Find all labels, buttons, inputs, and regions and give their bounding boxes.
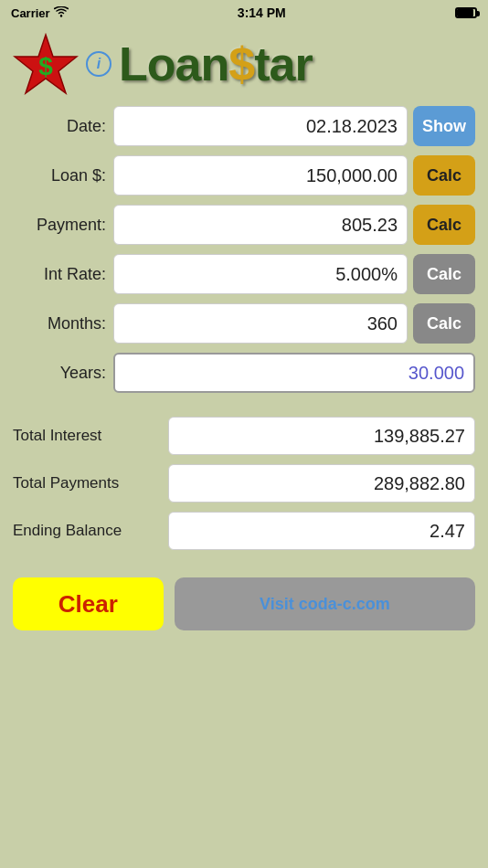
total-interest-row: Total Interest 139,885.27 <box>13 417 475 455</box>
ending-balance-row: Ending Balance 2.47 <box>13 512 475 550</box>
months-calc-button[interactable]: Calc <box>413 303 475 344</box>
total-interest-label: Total Interest <box>13 427 168 445</box>
visit-button[interactable]: Visit coda-c.com <box>175 577 475 630</box>
loan-label: Loan $: <box>13 166 113 185</box>
carrier-text: Carrier <box>11 6 50 20</box>
payment-input[interactable] <box>113 205 408 245</box>
date-label: Date: <box>13 117 113 136</box>
bottom-buttons: Clear Visit coda-c.com <box>0 559 488 630</box>
app-header: $ i Loan$tar <box>0 26 488 106</box>
intrate-input[interactable] <box>113 254 408 294</box>
star-logo: $ <box>13 31 79 97</box>
date-input[interactable] <box>113 106 408 146</box>
years-label: Years: <box>13 364 113 383</box>
app-title-tar: tar <box>254 37 312 90</box>
months-row: Months: Calc <box>13 303 475 344</box>
intrate-label: Int Rate: <box>13 265 113 284</box>
carrier-wifi: Carrier <box>11 6 69 20</box>
intrate-calc-button[interactable]: Calc <box>413 254 475 294</box>
total-payments-label: Total Payments <box>13 474 168 492</box>
total-payments-value: 289,882.80 <box>168 464 475 503</box>
loan-row: Loan $: Calc <box>13 155 475 196</box>
svg-point-0 <box>59 15 61 16</box>
app-title-dollar: $ <box>228 37 254 90</box>
total-payments-row: Total Payments 289,882.80 <box>13 464 475 503</box>
form-section: Date: Show Loan $: Calc Payment: Calc In… <box>0 106 488 393</box>
payment-label: Payment: <box>13 216 113 235</box>
total-interest-value: 139,885.27 <box>168 417 475 455</box>
battery-icon <box>455 7 477 18</box>
app-title: Loan$tar <box>119 40 313 88</box>
payment-row: Payment: Calc <box>13 205 475 245</box>
payment-calc-button[interactable]: Calc <box>413 205 475 245</box>
ending-balance-label: Ending Balance <box>13 522 168 540</box>
status-bar: Carrier 3:14 PM <box>0 0 488 26</box>
show-button[interactable]: Show <box>413 106 475 146</box>
years-row: Years: <box>13 353 475 393</box>
totals-section: Total Interest 139,885.27 Total Payments… <box>0 402 488 550</box>
months-label: Months: <box>13 314 113 333</box>
wifi-icon <box>54 6 69 20</box>
years-input[interactable] <box>113 353 475 393</box>
loan-calc-button[interactable]: Calc <box>413 155 475 196</box>
date-row: Date: Show <box>13 106 475 146</box>
clear-button[interactable]: Clear <box>13 577 164 630</box>
info-button[interactable]: i <box>86 51 111 77</box>
ending-balance-value: 2.47 <box>168 512 475 550</box>
months-input[interactable] <box>113 303 408 344</box>
status-time: 3:14 PM <box>238 5 286 20</box>
intrate-row: Int Rate: Calc <box>13 254 475 294</box>
svg-text:$: $ <box>38 52 53 80</box>
loan-input[interactable] <box>113 155 408 196</box>
app-title-loan: Loan <box>119 37 228 90</box>
